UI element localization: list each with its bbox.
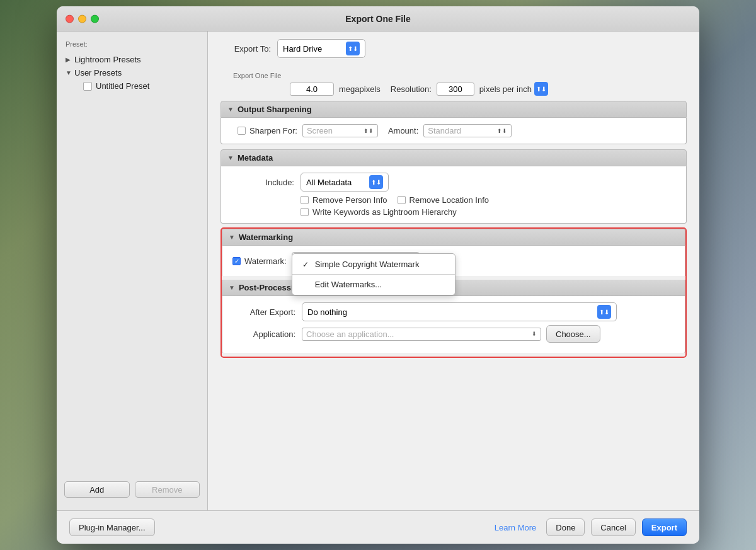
include-row: Include: All Metadata ⬆⬇: [231, 173, 676, 192]
watermarking-arrow-icon: ▼: [229, 234, 235, 241]
application-row: Application: Choose an application... ⬇ …: [232, 325, 675, 343]
sharpen-for-arrow-icon: ⬆⬇: [364, 128, 374, 134]
amount-select[interactable]: Standard ⬆⬇: [423, 124, 512, 137]
after-export-row: After Export: Do nothing ⬆⬇: [232, 302, 675, 321]
sharpening-arrow-icon: ▼: [227, 106, 234, 113]
export-to-row: Export To: Hard Drive ⬆⬇: [220, 39, 687, 63]
sidebar-bottom-buttons: Add Remove: [57, 475, 207, 504]
titlebar: Export One File: [57, 6, 699, 32]
sidebar: Preset: ▶ Lightroom Presets ▼ User Prese…: [57, 32, 208, 510]
dropdown-item-edit-watermarks[interactable]: Edit Watermarks...: [292, 276, 455, 293]
watermarking-body: ✓ Watermark: Simple Copyright Watermark …: [222, 246, 685, 276]
resolution-input[interactable]: [437, 83, 474, 96]
remove-location-label: Remove Location Info: [410, 195, 489, 205]
add-button[interactable]: Add: [64, 481, 130, 498]
traffic-lights: [66, 14, 99, 23]
watermarking-section: ▼ Watermarking ✓ Watermark: Simple Copy: [222, 229, 685, 276]
dropdown-label-simple-copyright: Simple Copyright Watermark: [315, 260, 420, 269]
dropdown-label-edit-watermarks: Edit Watermarks...: [315, 280, 382, 289]
export-to-select[interactable]: Hard Drive ⬆⬇: [277, 39, 365, 58]
resolution-label: Resolution:: [391, 84, 432, 94]
watermarking-header[interactable]: ▼ Watermarking: [222, 229, 685, 246]
write-keywords-checkbox[interactable]: [301, 208, 309, 216]
include-label: Include:: [231, 178, 294, 187]
output-sharpening-section: ▼ Output Sharpening Sharpen For: Screen …: [220, 101, 687, 144]
preset-label: Preset:: [57, 38, 207, 53]
sharpen-for-select[interactable]: Screen ⬆⬇: [302, 124, 378, 137]
resolution-unit-select-button[interactable]: ⬆⬇: [534, 82, 548, 96]
watermark-checkbox[interactable]: ✓: [232, 257, 241, 265]
application-placeholder: Choose an application...: [306, 329, 532, 339]
sidebar-item-untitled-preset[interactable]: Untitled Preset: [57, 79, 207, 93]
sharpening-title: Output Sharpening: [238, 105, 312, 114]
close-button[interactable]: [66, 14, 74, 23]
sharpen-checkbox[interactable]: [238, 127, 246, 135]
export-to-value: Hard Drive: [283, 44, 343, 54]
metadata-arrow-icon: ▼: [227, 154, 234, 161]
sharpen-for-row: Sharpen For: Screen ⬆⬇ Amount: Standard …: [231, 124, 676, 137]
include-arrow-icon: ⬆⬇: [369, 175, 383, 189]
after-export-value: Do nothing: [307, 307, 595, 317]
export-to-label: Export To:: [220, 44, 271, 54]
metadata-body: Include: All Metadata ⬆⬇ Remove Person I…: [220, 166, 687, 224]
preset-checkbox[interactable]: [83, 82, 92, 91]
amount-value: Standard: [428, 126, 497, 135]
write-keywords-label: Write Keywords as Lightroom Hierarchy: [312, 207, 457, 217]
checkmark-icon: ✓: [302, 260, 312, 269]
plugin-manager-button[interactable]: Plug-in Manager...: [69, 518, 155, 536]
remove-location-checkbox[interactable]: [398, 196, 406, 204]
choose-button[interactable]: Choose...: [546, 325, 600, 343]
amount-arrow-icon: ⬆⬇: [497, 128, 507, 134]
after-export-select[interactable]: Do nothing ⬆⬇: [302, 302, 617, 321]
footer-left: Plug-in Manager...: [69, 518, 484, 536]
after-export-label: After Export:: [232, 307, 295, 317]
maximize-button[interactable]: [91, 14, 99, 23]
sharpen-for-value: Screen: [307, 126, 364, 135]
include-value: All Metadata: [306, 178, 367, 187]
collapse-arrow-icon: ▶: [66, 56, 74, 63]
export-button[interactable]: Export: [642, 518, 687, 536]
done-button[interactable]: Done: [546, 518, 585, 536]
watermark-wrapper: ▼ Watermarking ✓ Watermark: Simple Copy: [220, 227, 687, 358]
remove-person-checkbox[interactable]: [301, 196, 309, 204]
watermark-dropdown-container: Simple Copyright Watermark ⬆⬇ ✓ Simple C…: [292, 252, 420, 270]
after-export-arrow-icon: ⬆⬇: [597, 305, 611, 319]
remove-person-row: Remove Person Info Remove Location Info: [301, 195, 676, 205]
section-label: Export One File: [220, 69, 687, 82]
dialog-title: Export One File: [345, 14, 410, 24]
dialog-footer: Plug-in Manager... Learn More Done Cance…: [57, 510, 699, 544]
watermark-dropdown-menu: ✓ Simple Copyright Watermark Edit Waterm…: [292, 253, 455, 295]
application-arrow-icon: ⬇: [532, 331, 537, 337]
metadata-section: ▼ Metadata Include: All Metadata ⬆⬇: [220, 149, 687, 224]
dialog: Export One File Preset: ▶ Lightroom Pres…: [57, 6, 699, 544]
remove-button[interactable]: Remove: [135, 481, 200, 498]
watermark-row: ✓ Watermark: Simple Copyright Watermark …: [232, 252, 675, 270]
metadata-title: Metadata: [238, 153, 273, 163]
include-select[interactable]: All Metadata ⬆⬇: [301, 173, 389, 192]
megapixels-input[interactable]: [290, 83, 334, 96]
sharpen-for-label: Sharpen For:: [249, 126, 297, 135]
application-select[interactable]: Choose an application... ⬇: [302, 328, 541, 341]
remove-person-label: Remove Person Info: [312, 195, 387, 205]
sidebar-item-user-presets[interactable]: ▼ User Presets: [57, 66, 207, 79]
dialog-overlay: Export One File Preset: ▶ Lightroom Pres…: [0, 0, 756, 550]
dropdown-separator: [292, 274, 455, 275]
resolution-unit: pixels per inch: [479, 84, 532, 94]
export-to-arrow-icon: ⬆⬇: [346, 42, 360, 55]
watermarking-title: Watermarking: [239, 232, 293, 242]
resolution-row: megapixels Resolution: pixels per inch ⬆…: [220, 82, 687, 96]
dropdown-item-simple-copyright[interactable]: ✓ Simple Copyright Watermark: [292, 256, 455, 273]
cancel-button[interactable]: Cancel: [591, 518, 635, 536]
write-keywords-row: Write Keywords as Lightroom Hierarchy: [301, 207, 676, 217]
minimize-button[interactable]: [78, 14, 86, 23]
learn-more-button[interactable]: Learn More: [491, 523, 540, 532]
expand-arrow-icon: ▼: [66, 69, 74, 76]
untitled-preset-label: Untitled Preset: [96, 81, 149, 91]
sidebar-item-lightroom-presets[interactable]: ▶ Lightroom Presets: [57, 53, 207, 66]
amount-label: Amount:: [388, 126, 418, 135]
output-sharpening-header[interactable]: ▼ Output Sharpening: [220, 101, 687, 118]
metadata-header[interactable]: ▼ Metadata: [220, 149, 687, 166]
user-presets-label: User Presets: [74, 68, 122, 77]
post-processing-arrow-icon: ▼: [229, 284, 235, 291]
watermark-label: Watermark:: [244, 256, 287, 266]
